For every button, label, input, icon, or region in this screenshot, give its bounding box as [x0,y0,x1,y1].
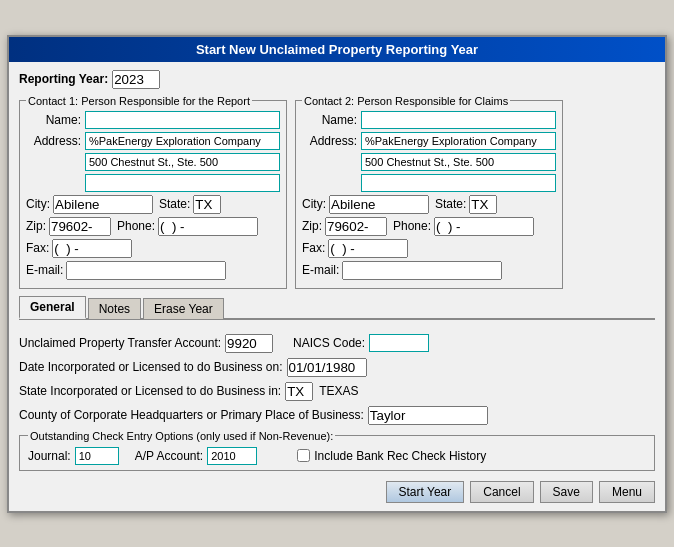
contact2-city-state-row: City: State: [302,195,556,214]
contact2-email-label: E-mail: [302,263,339,277]
contact2-address3-input[interactable] [361,174,556,192]
contact2-address-input[interactable] [361,132,556,150]
contact1-city-input[interactable] [53,195,153,214]
reporting-year-input[interactable] [112,70,160,89]
contact1-zip-input[interactable] [49,217,111,236]
dialog-title: Start New Unclaimed Property Reporting Y… [9,37,665,62]
contact2-name-label: Name: [302,113,357,127]
contact1-name-label: Name: [26,113,81,127]
transfer-account-input[interactable] [225,334,273,353]
outstanding-box: Outstanding Check Entry Options (only us… [19,430,655,471]
contact1-address-input[interactable] [85,132,280,150]
contact2-phone-input[interactable] [434,217,534,236]
contact2-box: Contact 2: Person Responsible for Claims… [295,95,563,289]
contact1-city-label: City: [26,197,50,211]
contact2-fax-row: Fax: [302,239,556,258]
dialog: Start New Unclaimed Property Reporting Y… [7,35,667,513]
date-incorporated-label: Date Incorporated or Licensed to do Busi… [19,360,283,374]
reporting-year-label: Reporting Year: [19,72,108,86]
contact2-state-input[interactable] [469,195,497,214]
contact2-zip-label: Zip: [302,219,322,233]
contact2-fax-input[interactable] [328,239,408,258]
cancel-button[interactable]: Cancel [470,481,533,503]
tabs-bar: General Notes Erase Year [19,295,655,320]
tab-notes[interactable]: Notes [88,298,141,319]
outstanding-inner-row: Journal: A/P Account: Include Bank Rec C… [28,445,646,465]
contact1-name-input[interactable] [85,111,280,129]
naics-code-label: NAICS Code: [293,336,365,350]
contact1-fax-input[interactable] [52,239,132,258]
tab-general[interactable]: General [19,296,86,319]
contact1-phone-label: Phone: [117,219,155,233]
date-incorporated-input[interactable] [287,358,367,377]
contact2-address2-row [361,153,556,171]
contact2-address-label: Address: [302,134,357,148]
ap-account-input[interactable] [207,447,257,465]
transfer-account-label: Unclaimed Property Transfer Account: [19,336,221,350]
contact2-city-input[interactable] [329,195,429,214]
bottom-buttons: Start Year Cancel Save Menu [9,477,665,511]
bank-rec-row: Include Bank Rec Check History [297,449,486,463]
contact1-email-input[interactable] [66,261,226,280]
contact2-city-label: City: [302,197,326,211]
start-year-button[interactable]: Start Year [386,481,465,503]
contacts-row: Contact 1: Person Responsible for the Re… [19,95,655,289]
outstanding-legend: Outstanding Check Entry Options (only us… [28,430,335,442]
contact2-fax-label: Fax: [302,241,325,255]
bank-rec-checkbox[interactable] [297,449,310,462]
contact1-address-row: Address: [26,132,280,150]
contact1-box: Contact 1: Person Responsible for the Re… [19,95,287,289]
contact1-city-state-row: City: State: [26,195,280,214]
contact1-address2-row [85,153,280,171]
journal-input[interactable] [75,447,119,465]
contact2-zip-phone-row: Zip: Phone: [302,217,556,236]
contact1-fax-row: Fax: [26,239,280,258]
general-tab-content: Unclaimed Property Transfer Account: NAI… [9,326,665,477]
contact1-phone-input[interactable] [158,217,258,236]
contact2-phone-label: Phone: [393,219,431,233]
contact2-state-label: State: [435,197,466,211]
county-input[interactable] [368,406,488,425]
contact1-email-row: E-mail: [26,261,280,280]
state-name-text: TEXAS [319,384,358,398]
contact1-zip-phone-row: Zip: Phone: [26,217,280,236]
transfer-account-row: Unclaimed Property Transfer Account: NAI… [19,334,655,353]
contact2-email-input[interactable] [342,261,502,280]
contact1-address3-row [85,174,280,192]
contact2-address3-row [361,174,556,192]
state-incorporated-label: State Incorporated or Licensed to do Bus… [19,384,281,398]
county-label: County of Corporate Headquarters or Prim… [19,408,364,422]
state-incorporated-row: State Incorporated or Licensed to do Bus… [19,382,655,401]
journal-label: Journal: [28,449,71,463]
contact2-address2-input[interactable] [361,153,556,171]
contact1-name-row: Name: [26,111,280,129]
bank-rec-label: Include Bank Rec Check History [314,449,486,463]
contact1-fax-label: Fax: [26,241,49,255]
contact1-state-label: State: [159,197,190,211]
contact1-zip-label: Zip: [26,219,46,233]
ap-account-label: A/P Account: [135,449,204,463]
contact1-state-input[interactable] [193,195,221,214]
contact1-email-label: E-mail: [26,263,63,277]
contact2-address-row: Address: [302,132,556,150]
contact2-name-input[interactable] [361,111,556,129]
date-incorporated-row: Date Incorporated or Licensed to do Busi… [19,358,655,377]
contact1-address-label: Address: [26,134,81,148]
contact1-legend: Contact 1: Person Responsible for the Re… [26,95,252,107]
contact1-address2-input[interactable] [85,153,280,171]
tab-erase-year[interactable]: Erase Year [143,298,224,319]
county-row: County of Corporate Headquarters or Prim… [19,406,655,425]
contact2-email-row: E-mail: [302,261,556,280]
state-incorporated-input[interactable] [285,382,313,401]
contact2-legend: Contact 2: Person Responsible for Claims [302,95,510,107]
save-button[interactable]: Save [540,481,593,503]
menu-button[interactable]: Menu [599,481,655,503]
naics-code-input[interactable] [369,334,429,352]
contact1-address3-input[interactable] [85,174,280,192]
contact2-name-row: Name: [302,111,556,129]
reporting-year-row: Reporting Year: [19,70,655,89]
contact2-zip-input[interactable] [325,217,387,236]
